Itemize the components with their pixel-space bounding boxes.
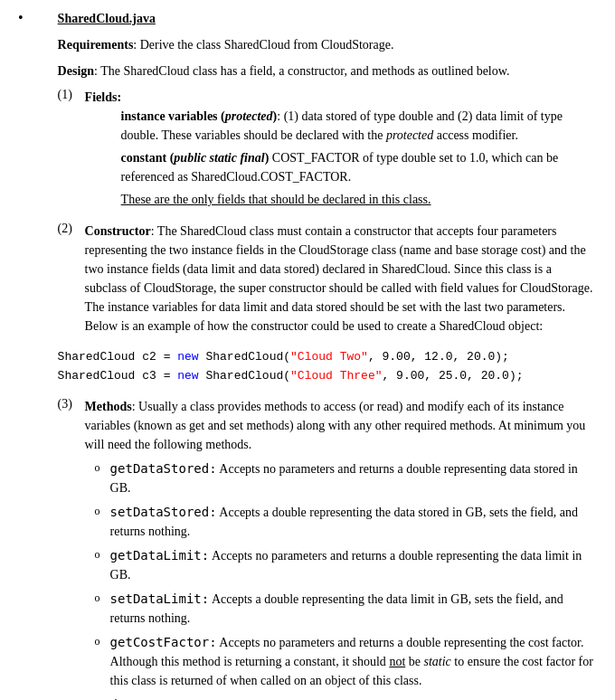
constructor-item: (2) Constructor: The SharedCloud class m…	[58, 222, 597, 336]
method-code-1: getDataStored:	[110, 461, 217, 476]
method-getCostFactor: getCostFactor: Accepts no parameters and…	[110, 633, 597, 690]
code-line-2: SharedCloud c3 = new SharedCloud("Cloud …	[58, 367, 597, 386]
only-fields-text: These are the only fields that should be…	[121, 193, 431, 206]
keyword-new-1: new	[177, 350, 198, 364]
method-item-5: o getCostFactor: Accepts no parameters a…	[85, 633, 597, 690]
method-code-6: dataOverage:	[110, 697, 202, 700]
code-block: SharedCloud c2 = new SharedCloud("Cloud …	[58, 345, 597, 390]
iv-protected2: protected	[386, 128, 433, 142]
main-list: • SharedCloud.java Requirements: Derive …	[18, 9, 597, 700]
only-fields-line: These are the only fields that should be…	[121, 190, 597, 209]
constructor-content: Constructor: The SharedCloud class must …	[85, 222, 597, 336]
bullet: •	[18, 10, 24, 26]
design-label: Design	[58, 64, 94, 78]
fields-item: (1) Fields: instance variables (protecte…	[58, 88, 597, 213]
fields-heading: Fields:	[85, 90, 121, 104]
method-getDataLimit: getDataLimit: Accepts no parameters and …	[110, 546, 597, 584]
not-underline: not	[389, 655, 405, 668]
design-line: Design: The SharedCloud class has a fiel…	[58, 61, 597, 80]
code-line-1: SharedCloud c2 = new SharedCloud("Cloud …	[58, 348, 597, 367]
file-item: • SharedCloud.java Requirements: Derive …	[18, 9, 597, 700]
requirements-text: : Derive the class SharedCloud from Clou…	[133, 38, 393, 52]
method-getDataStored: getDataStored: Accepts no parameters and…	[110, 459, 597, 497]
method-item-6: o dataOverage: Accepts no parameters and…	[85, 695, 597, 700]
methods-content: Methods: Usually a class provides method…	[85, 397, 597, 700]
method-dataOverage: dataOverage: Accepts no parameters and r…	[110, 695, 597, 700]
fields-label-num: (1)	[58, 88, 85, 213]
sub-bullet-3: o	[85, 546, 110, 563]
method-setDataLimit: setDataLimit: Accepts a double represent…	[110, 590, 597, 628]
method-code-2: setDataStored:	[110, 505, 217, 519]
fields-details: instance variables (protected): (1) data…	[121, 107, 597, 209]
sub-bullet-5: o	[85, 633, 110, 649]
method-code-4: setDataLimit:	[110, 591, 210, 606]
string-cloud-three: "Cloud Three"	[290, 369, 382, 383]
const-label: constant (public static final)	[121, 151, 270, 165]
method-code-3: getDataLimit:	[110, 548, 210, 563]
fields-content: Fields: instance variables (protected): …	[85, 88, 597, 213]
iv-protected: protected	[225, 109, 273, 123]
iv-label: instance variables (protected)	[121, 109, 278, 123]
instance-vars-line: instance variables (protected): (1) data…	[121, 107, 597, 145]
keyword-new-2: new	[177, 369, 198, 383]
method-item-2: o setDataStored: Accepts a double repres…	[85, 503, 597, 541]
file-title: SharedCloud.java	[58, 12, 156, 25]
const-modifier: public static final	[174, 151, 264, 165]
file-section: SharedCloud.java Requirements: Derive th…	[58, 9, 597, 700]
methods-list: o getDataStored: Accepts no parameters a…	[85, 459, 597, 700]
sub-bullet-6: o	[85, 695, 110, 700]
methods-heading: Methods	[85, 400, 132, 413]
requirements-line: Requirements: Derive the class SharedClo…	[58, 35, 597, 54]
constructor-label-num: (2)	[58, 222, 85, 336]
static-italic: static	[423, 655, 450, 668]
sub-bullet-2: o	[85, 503, 110, 519]
requirements-label: Requirements	[58, 38, 134, 52]
file-title-line: SharedCloud.java	[58, 9, 597, 28]
method-item-3: o getDataLimit: Accepts no parameters an…	[85, 546, 597, 584]
methods-label-num: (3)	[58, 397, 85, 700]
method-code-5: getCostFactor:	[110, 635, 217, 649]
constructor-heading: Constructor	[85, 224, 151, 238]
sub-bullet-4: o	[85, 590, 110, 606]
methods-item: (3) Methods: Usually a class provides me…	[58, 397, 597, 700]
method-item-4: o setDataLimit: Accepts a double represe…	[85, 590, 597, 628]
constant-line: constant (public static final) COST_FACT…	[121, 148, 597, 186]
sub-bullet-1: o	[85, 459, 110, 476]
method-item-1: o getDataStored: Accepts no parameters a…	[85, 459, 597, 497]
design-text: : The SharedCloud class has a field, a c…	[94, 64, 509, 78]
method-setDataStored: setDataStored: Accepts a double represen…	[110, 503, 597, 541]
string-cloud-two: "Cloud Two"	[290, 350, 368, 364]
